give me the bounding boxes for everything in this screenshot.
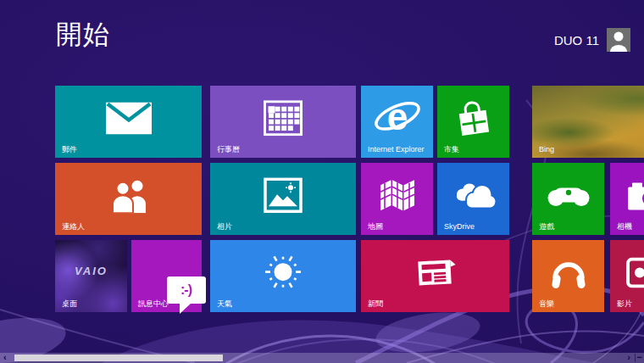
tile-label: 郵件	[62, 145, 77, 154]
user-avatar-icon	[607, 28, 630, 52]
tile-bing[interactable]: Bing	[532, 86, 644, 158]
tile-label: Internet Explorer	[368, 145, 425, 154]
tile-maps[interactable]: 地圖	[361, 163, 433, 235]
tile-label: 音樂	[539, 299, 554, 308]
tile-messaging[interactable]: :-) 訊息中心	[131, 240, 202, 312]
mail-icon	[106, 102, 152, 137]
tile-photos[interactable]: 相片	[210, 163, 356, 235]
scroll-right-arrow[interactable]: ›	[627, 353, 630, 363]
news-icon	[414, 255, 458, 293]
tile-label: 市集	[444, 145, 459, 154]
tile-label: 天氣	[217, 299, 232, 308]
tile-video[interactable]: 影片	[610, 240, 644, 312]
horizontal-scrollbar[interactable]: ‹ › −	[0, 353, 644, 363]
tile-label: 相機	[617, 222, 632, 231]
tile-label: 地圖	[368, 222, 383, 231]
tile-people[interactable]: 連絡人	[55, 163, 202, 235]
tile-label: 影片	[617, 299, 632, 308]
tile-label: 桌面	[62, 299, 77, 308]
tile-internet-explorer[interactable]: e Internet Explorer	[361, 86, 433, 158]
user-name: DUO 11	[554, 33, 599, 47]
tile-label: 行事曆	[217, 145, 240, 154]
tile-label: 連絡人	[62, 222, 85, 231]
user-tile[interactable]: DUO 11	[554, 28, 630, 52]
maps-icon	[378, 177, 417, 216]
weather-sun-icon	[261, 249, 305, 297]
semantic-zoom-button[interactable]: −	[637, 353, 642, 363]
people-icon	[107, 177, 151, 216]
music-headphones-icon	[548, 253, 589, 295]
tile-news[interactable]: 新聞	[361, 240, 509, 312]
tile-games[interactable]: 遊戲	[532, 163, 604, 235]
skydrive-cloud-icon	[451, 179, 497, 215]
emoticon-text: :-)	[180, 282, 192, 298]
scroll-left-arrow[interactable]: ‹	[3, 353, 7, 363]
scrollbar-thumb[interactable]	[14, 355, 223, 361]
tile-label: 相片	[217, 222, 232, 231]
tile-label: 新聞	[368, 299, 383, 308]
vaio-logo: VAIO	[75, 265, 108, 277]
calendar-icon	[264, 100, 303, 139]
tile-store[interactable]: 市集	[437, 86, 509, 158]
tile-calendar[interactable]: 行事曆	[210, 86, 356, 158]
tile-camera[interactable]: 相機	[610, 163, 644, 235]
store-icon	[454, 97, 493, 141]
tile-mail[interactable]: 郵件	[55, 86, 202, 158]
tile-weather[interactable]: 天氣	[210, 240, 356, 312]
tile-music[interactable]: 音樂	[532, 240, 604, 312]
tile-skydrive[interactable]: SkyDrive	[437, 163, 509, 235]
tile-desktop[interactable]: VAIO 桌面	[55, 240, 127, 312]
games-controller-icon	[547, 179, 591, 215]
tile-label: SkyDrive	[444, 222, 475, 231]
tile-label: 遊戲	[539, 222, 554, 231]
page-title: 開始	[56, 17, 110, 53]
tile-label: 訊息中心	[138, 299, 169, 308]
scrollbar-separator	[635, 354, 636, 362]
tile-label: Bing	[539, 145, 554, 154]
photos-icon	[264, 177, 303, 216]
internet-explorer-icon: e	[373, 97, 422, 141]
start-screen: 開始 DUO 11 郵件	[0, 0, 644, 363]
video-icon	[626, 257, 644, 291]
camera-icon	[627, 179, 644, 215]
